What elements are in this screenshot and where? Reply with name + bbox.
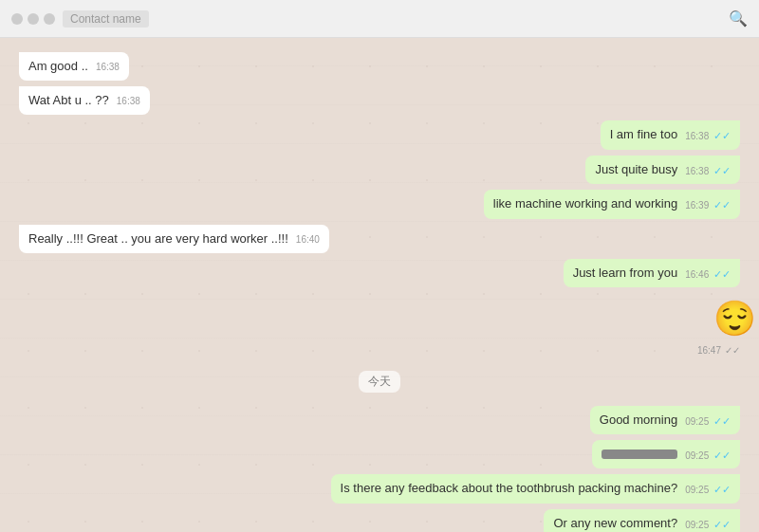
message-text: Just quite busy — [595, 162, 677, 176]
message-time: 16:38 — [117, 95, 140, 108]
message-time: 16:40 — [296, 233, 320, 247]
window-controls — [11, 13, 55, 25]
table-row: like machine working and working 16:39 ✓… — [19, 190, 740, 218]
date-label: 今天 — [359, 371, 400, 393]
message-time: 09:25 ✓✓ — [685, 414, 731, 429]
emoji-time-row: 16:47 ✓✓ — [697, 345, 740, 356]
chat-area: Am good .. 16:38 Wat Abt u .. ?? 16:38 I… — [0, 38, 759, 532]
read-receipt: ✓✓ — [713, 484, 731, 495]
message-bubble: Just quite busy 16:38 ✓✓ — [585, 156, 740, 184]
table-row: Am good .. 16:38 — [19, 52, 740, 81]
message-text: Just learn from you — [573, 266, 678, 280]
read-receipt: ✓✓ — [713, 199, 731, 211]
read-receipt: ✓✓ — [713, 519, 731, 530]
dot-3 — [44, 13, 55, 25]
message-bubble: Am good .. 16:38 — [19, 52, 129, 81]
table-row: 😌 16:47 ✓✓ — [19, 293, 740, 355]
message-bubble: I am fine too 16:38 ✓✓ — [601, 120, 740, 149]
read-receipt: ✓✓ — [725, 345, 740, 356]
titlebar-left: Contact name — [11, 10, 149, 28]
message-bubble: Really ..!!! Great .. you are very hard … — [19, 225, 329, 253]
message-text: Is there any feedback about the toothbru… — [341, 481, 678, 495]
message-text: I am fine too — [610, 127, 678, 141]
table-row: Really ..!!! Great .. you are very hard … — [19, 225, 740, 253]
message-time: 16:47 — [697, 345, 721, 356]
read-receipt: ✓✓ — [713, 268, 731, 280]
message-bubble: Or any new comment? 09:25 ✓✓ — [544, 509, 740, 532]
read-receipt: ✓✓ — [713, 415, 731, 427]
table-row: 09:25 ✓✓ — [19, 440, 740, 468]
dot-2 — [28, 13, 39, 25]
message-bubble: Wat Abt u .. ?? 16:38 — [19, 86, 150, 115]
read-receipt: ✓✓ — [713, 130, 731, 141]
titlebar: Contact name 🔍 — [0, 0, 759, 38]
message-bubble: Good morning 09:25 ✓✓ — [590, 406, 740, 434]
emoji: 😌 — [713, 299, 756, 338]
read-receipt: ✓✓ — [713, 165, 731, 176]
message-time: 16:38 — [96, 61, 120, 74]
table-row: Good morning 09:25 ✓✓ — [19, 406, 740, 434]
table-row: I am fine too 16:38 ✓✓ — [19, 120, 740, 149]
message-time: 16:39 ✓✓ — [685, 198, 731, 212]
message-time: 16:46 ✓✓ — [685, 267, 731, 282]
table-row: Or any new comment? 09:25 ✓✓ — [19, 509, 740, 532]
table-row: Just quite busy 16:38 ✓✓ — [19, 156, 740, 184]
date-separator: 今天 — [19, 371, 740, 393]
message-text: like machine working and working — [493, 196, 677, 211]
message-bubble: Just learn from you 16:46 ✓✓ — [564, 259, 740, 287]
blurred-content — [602, 449, 677, 459]
message-time: 16:38 ✓✓ — [685, 129, 731, 143]
message-text: Am good .. — [28, 59, 88, 73]
message-time: 09:25 ✓✓ — [685, 449, 731, 463]
message-bubble-emoji: 😌 — [708, 293, 740, 344]
message-bubble: like machine working and working 16:39 ✓… — [484, 190, 740, 218]
message-text: Or any new comment? — [553, 516, 677, 530]
table-row: Just learn from you 16:46 ✓✓ — [19, 259, 740, 287]
dot-1 — [11, 13, 23, 25]
message-text: Really ..!!! Great .. you are very hard … — [28, 231, 288, 246]
message-time: 09:25 ✓✓ — [685, 483, 731, 497]
message-bubble: Is there any feedback about the toothbru… — [331, 474, 740, 503]
message-text: Wat Abt u .. ?? — [28, 93, 109, 107]
search-icon[interactable]: 🔍 — [729, 9, 748, 28]
message-time: 16:38 ✓✓ — [685, 164, 731, 178]
message-text: Good morning — [600, 413, 677, 427]
message-time: 09:25 ✓✓ — [685, 518, 731, 532]
table-row: Wat Abt u .. ?? 16:38 — [19, 86, 740, 115]
titlebar-title: Contact name — [63, 10, 149, 28]
chat-background: Am good .. 16:38 Wat Abt u .. ?? 16:38 I… — [0, 38, 759, 532]
table-row: Is there any feedback about the toothbru… — [19, 474, 740, 503]
read-receipt: ✓✓ — [713, 449, 731, 461]
message-bubble-blurred: 09:25 ✓✓ — [592, 440, 740, 468]
